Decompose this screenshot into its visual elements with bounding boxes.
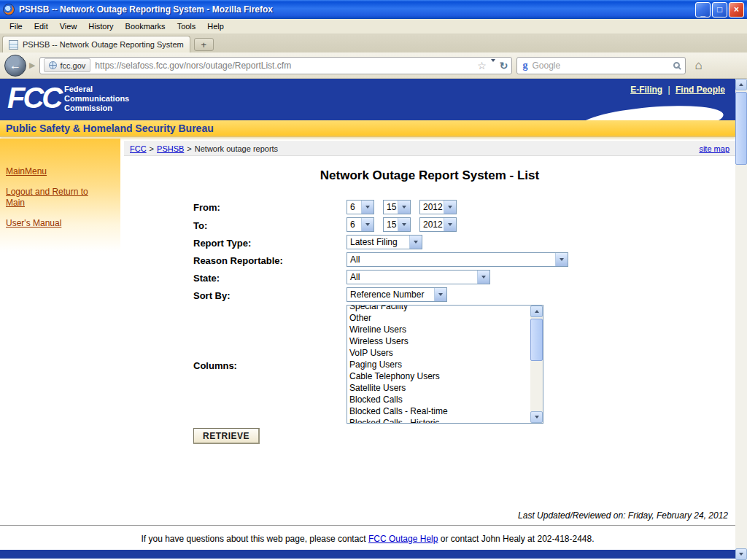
chevron-down-icon (477, 271, 489, 284)
to-controls: 6 15 2012 (347, 217, 457, 232)
chevron-down-icon (398, 218, 410, 231)
browser-scrollbar[interactable] (735, 79, 747, 560)
page-title: Network Outage Report System - List (124, 168, 735, 183)
list-item[interactable]: Cable Telephony Users (349, 370, 530, 382)
new-tab-button[interactable]: + (194, 38, 214, 51)
breadcrumb-link-fcc[interactable]: FCC (130, 144, 147, 153)
search-magnifier-icon[interactable] (673, 62, 680, 69)
retrieve-button[interactable]: RETRIEVE (193, 428, 260, 444)
fcc-logo: FCC (7, 82, 61, 114)
url-bar[interactable]: fcc.gov https://selafoss.fcc.gov/nors/ou… (39, 57, 512, 74)
chevron-down-icon (444, 201, 456, 214)
bureau-bar: Public Safety & Homeland Security Bureau (0, 120, 735, 137)
menu-file[interactable]: File (4, 20, 28, 32)
search-box[interactable]: g Google (516, 57, 686, 74)
breadcrumb-link-pshsb[interactable]: PSHSB (157, 144, 184, 153)
scroll-down-icon[interactable] (735, 548, 747, 560)
list-item[interactable]: VoIP Users (349, 347, 530, 359)
forward-button[interactable]: ▶ (29, 61, 35, 70)
list-item[interactable]: Special Facility (349, 305, 530, 312)
list-item[interactable]: Paging Users (349, 359, 530, 370)
to-label: To: (193, 220, 207, 231)
sidebar-link-logout[interactable]: Logout and Return to Main (6, 187, 109, 209)
state-label: State: (193, 273, 220, 284)
report-type-label: Report Type: (193, 238, 251, 249)
list-item[interactable]: Satellite Users (349, 382, 530, 394)
from-label: From: (193, 202, 220, 213)
from-month-select[interactable]: 6 (347, 200, 374, 214)
bookmark-star-icon[interactable]: ☆ (477, 61, 487, 71)
menu-tools[interactable]: Tools (171, 20, 202, 32)
site-identity-button[interactable]: fcc.gov (44, 58, 90, 72)
back-button[interactable]: ← (4, 55, 26, 77)
scroll-up-icon[interactable] (530, 306, 543, 317)
list-item[interactable]: Wireline Users (349, 324, 530, 335)
home-button[interactable]: ⌂ (690, 58, 706, 73)
menu-edit[interactable]: Edit (28, 20, 54, 32)
sort-by-label: Sort By: (193, 290, 231, 301)
state-select[interactable]: All (347, 270, 490, 284)
reason-reportable-select[interactable]: All (347, 252, 568, 267)
reason-reportable-label: Reason Reportable: (193, 255, 283, 266)
reload-icon[interactable]: ↻ (500, 61, 508, 71)
firefox-icon (3, 4, 15, 15)
window-titlebar: PSHSB -- Network Outage Reporting System… (0, 0, 747, 19)
sort-by-select[interactable]: Reference Number (347, 287, 447, 302)
menu-help[interactable]: Help (201, 20, 230, 32)
chevron-down-icon (409, 236, 422, 249)
banner-links: E-Filing | Find People (630, 85, 725, 95)
report-type-select[interactable]: Latest Filing (347, 235, 422, 249)
menu-history[interactable]: History (82, 20, 119, 32)
chevron-down-icon (444, 218, 456, 231)
site-map-link[interactable]: site map (699, 144, 729, 153)
list-item[interactable]: Blocked Calls - Real-time (349, 405, 530, 417)
breadcrumb-current: Network outage reports (195, 144, 278, 153)
web-page: FCC Federal Communications Commission E-… (0, 79, 735, 560)
sidebar-link-users-manual[interactable]: User's Manual (6, 218, 109, 229)
scrollbar-thumb[interactable] (735, 92, 747, 165)
menu-bar: File Edit View History Bookmarks Tools H… (0, 19, 747, 34)
columns-options: Special Facility Other Wireline Users Wi… (347, 305, 530, 423)
tab-active[interactable]: PSHSB -- Network Outage Reporting System (2, 36, 190, 52)
to-month-select[interactable]: 6 (347, 217, 374, 232)
chevron-down-icon (361, 218, 374, 231)
menu-view[interactable]: View (54, 20, 83, 32)
list-item[interactable]: Blocked Calls (349, 394, 530, 405)
home-icon: ⌂ (694, 58, 702, 72)
list-item[interactable]: Blocked Calls - Historic (349, 417, 530, 423)
footer-divider (0, 525, 735, 526)
url-text[interactable]: https://selafoss.fcc.gov/nors/outage/Rep… (95, 61, 473, 71)
last-updated-text: Last Updated/Reviewed on: Friday, Februa… (518, 510, 728, 521)
list-item[interactable]: Wireless Users (349, 335, 530, 347)
listbox-scrollbar[interactable] (530, 306, 543, 423)
navigation-toolbar: ← ▶ fcc.gov https://selafoss.fcc.gov/nor… (0, 52, 747, 79)
chevron-down-icon (434, 288, 446, 301)
chevron-down-icon (398, 201, 410, 214)
bottom-blue-bar (0, 550, 735, 559)
footer-contact: If you have questions about this web pag… (0, 534, 735, 544)
sidebar-link-mainmenu[interactable]: MainMenu (6, 166, 109, 177)
scroll-down-icon[interactable] (530, 411, 543, 423)
columns-listbox[interactable]: Special Facility Other Wireline Users Wi… (347, 305, 543, 424)
chevron-down-icon (555, 253, 568, 266)
urlbar-dropdown-icon[interactable] (491, 62, 495, 69)
arrow-left-icon: ← (9, 59, 21, 72)
window-title: PSHSB -- Network Outage Reporting System… (19, 4, 694, 15)
to-day-select[interactable]: 15 (383, 217, 411, 232)
close-button[interactable]: × (729, 2, 744, 18)
menu-bookmarks[interactable]: Bookmarks (120, 20, 171, 32)
search-input[interactable]: Google (532, 61, 669, 71)
from-year-select[interactable]: 2012 (419, 200, 457, 214)
from-day-select[interactable]: 15 (383, 200, 411, 214)
scrollbar-thumb[interactable] (530, 319, 543, 361)
site-identity-label: fcc.gov (60, 61, 85, 70)
fcc-outage-help-link[interactable]: FCC Outage Help (368, 534, 438, 544)
maximize-button[interactable]: □ (712, 2, 727, 18)
minimize-button[interactable]: _ (695, 2, 711, 18)
to-year-select[interactable]: 2012 (419, 217, 457, 232)
find-people-link[interactable]: Find People (676, 85, 725, 95)
site-favicon (9, 40, 18, 50)
list-item[interactable]: Other (349, 312, 530, 324)
scroll-up-icon[interactable] (735, 79, 747, 90)
efiling-link[interactable]: E-Filing (630, 85, 662, 95)
